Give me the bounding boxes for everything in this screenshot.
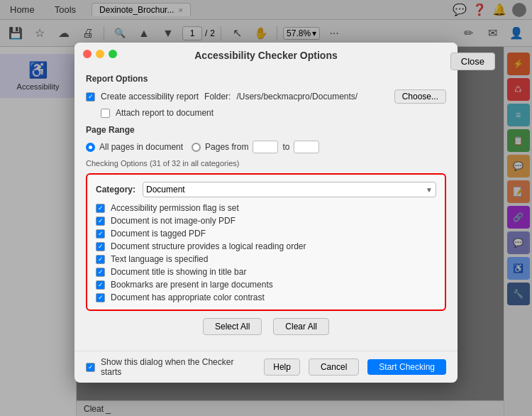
check-item-checkbox-3[interactable]: ✓ xyxy=(96,242,105,251)
pages-from-row: Pages from to xyxy=(192,141,319,153)
check-item-label-7: Document has appropriate color contrast xyxy=(111,292,265,302)
category-label: Category: xyxy=(96,185,135,195)
create-report-label: Create accessibility report xyxy=(101,92,199,102)
all-pages-row: All pages in document xyxy=(86,142,183,152)
folder-path: /Users/beckmacpro/Documents/ xyxy=(236,92,388,102)
check-list-item: ✓ Document has appropriate color contras… xyxy=(96,292,436,302)
dot-close[interactable] xyxy=(83,50,92,58)
check-list-item: ✓ Accessibility permission flag is set xyxy=(96,203,436,213)
close-button[interactable]: Close xyxy=(450,53,495,70)
modal-footer: ✓ Show this dialog when the Checker star… xyxy=(74,351,458,383)
category-select[interactable]: Document ▼ xyxy=(143,182,436,197)
select-all-button[interactable]: Select All xyxy=(203,318,262,335)
bottom-action-buttons: Select All Clear All xyxy=(86,318,446,335)
check-item-checkbox-6[interactable]: ✓ xyxy=(96,280,105,290)
check-item-label-2: Document is tagged PDF xyxy=(111,229,206,239)
check-item-label-4: Text language is specified xyxy=(111,254,208,264)
page-range-row: All pages in document Pages from to xyxy=(86,141,446,153)
check-items-list: ✓ Accessibility permission flag is set ✓… xyxy=(96,203,436,302)
check-item-label-6: Bookmarks are present in large documents xyxy=(111,280,273,290)
modal-body: Report Options ✓ Create accessibility re… xyxy=(74,65,458,351)
check-item-checkbox-1[interactable]: ✓ xyxy=(96,217,105,226)
pages-from-input[interactable] xyxy=(253,141,278,153)
choose-button[interactable]: Choose... xyxy=(394,89,446,104)
page-range-title: Page Range xyxy=(86,125,446,135)
chevron-down-icon: ▼ xyxy=(426,186,433,194)
show-dialog-label: Show this dialog when the Checker starts xyxy=(101,357,255,377)
dot-minimize[interactable] xyxy=(96,50,104,58)
check-mark: ✓ xyxy=(88,93,94,100)
pages-from-radio[interactable] xyxy=(192,143,201,152)
pages-from-label: Pages from xyxy=(205,142,248,152)
check-list-item: ✓ Text language is specified xyxy=(96,254,436,264)
check-list-item: ✓ Document structure provides a logical … xyxy=(96,241,436,251)
category-row: Category: Document ▼ xyxy=(96,182,436,197)
pages-to-input[interactable] xyxy=(294,141,319,153)
create-report-row: ✓ Create accessibility report Folder: /U… xyxy=(86,89,446,104)
create-report-checkbox[interactable]: ✓ xyxy=(86,92,95,102)
check-list-item: ✓ Bookmarks are present in large documen… xyxy=(96,280,436,290)
accessibility-checker-modal: Accessibility Checker Options Report Opt… xyxy=(74,43,458,383)
check-item-checkbox-2[interactable]: ✓ xyxy=(96,229,105,239)
all-pages-label: All pages in document xyxy=(99,142,183,152)
check-item-checkbox-7[interactable]: ✓ xyxy=(96,293,105,302)
check-item-label-1: Document is not image-only PDF xyxy=(111,216,235,226)
window-dots xyxy=(83,50,117,58)
cancel-button[interactable]: Cancel xyxy=(309,358,359,376)
all-pages-radio[interactable] xyxy=(86,143,95,152)
start-checking-button[interactable]: Start Checking xyxy=(367,359,446,375)
check-item-label-5: Document title is showing in title bar xyxy=(111,267,246,277)
help-button[interactable]: Help xyxy=(264,358,300,376)
folder-prefix: Folder: xyxy=(204,92,231,102)
check-list-item: ✓ Document is not image-only PDF xyxy=(96,216,436,226)
modal-titlebar: Accessibility Checker Options xyxy=(74,43,458,65)
attach-report-checkbox[interactable] xyxy=(101,109,110,118)
dot-maximize[interactable] xyxy=(109,50,117,58)
attach-report-label: Attach report to document xyxy=(116,108,214,118)
category-value: Document xyxy=(146,185,185,195)
pages-to-label: to xyxy=(282,142,289,152)
check-list-item: ✓ Document is tagged PDF xyxy=(96,229,436,239)
attach-report-row: Attach report to document xyxy=(101,108,446,118)
modal-title: Accessibility Checker Options xyxy=(194,50,338,61)
show-dialog-row: ✓ Show this dialog when the Checker star… xyxy=(86,357,255,377)
check-item-label-0: Accessibility permission flag is set xyxy=(111,203,239,213)
check-item-label-3: Document structure provides a logical re… xyxy=(111,241,306,251)
clear-all-button[interactable]: Clear All xyxy=(273,318,329,335)
check-item-checkbox-4[interactable]: ✓ xyxy=(96,255,105,264)
check-item-checkbox-0[interactable]: ✓ xyxy=(96,204,105,213)
checking-options-header: Checking Options (31 of 32 in all catego… xyxy=(86,159,446,168)
check-item-checkbox-5[interactable]: ✓ xyxy=(96,268,105,277)
report-options-title: Report Options xyxy=(86,74,446,84)
category-box: Category: Document ▼ ✓ Accessibility per… xyxy=(86,173,446,311)
show-dialog-checkbox[interactable]: ✓ xyxy=(86,363,95,372)
check-list-item: ✓ Document title is showing in title bar xyxy=(96,267,436,277)
